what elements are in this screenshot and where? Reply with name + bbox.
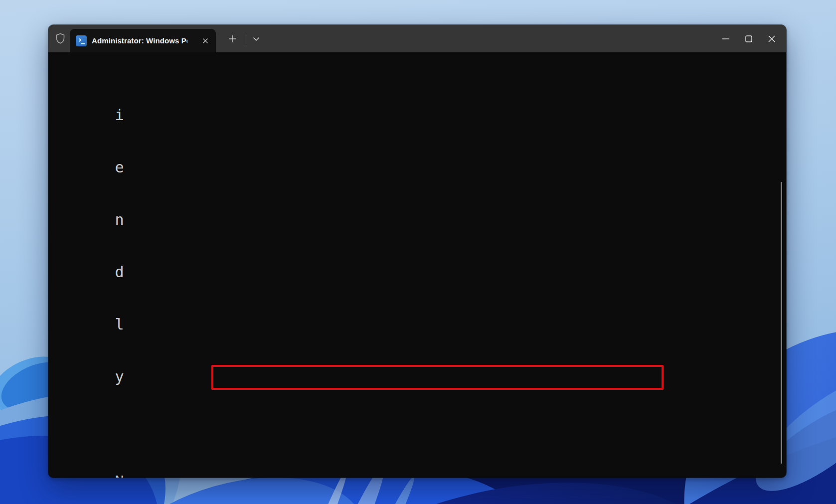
header-char-line [52,420,786,438]
tab-administrator-powershell[interactable]: ›_ Administrator: Windows Powe [70,29,216,52]
title-bar: ›_ Administrator: Windows Powe [48,25,786,52]
new-tab-button[interactable] [224,31,241,46]
header-char-line: y [52,368,786,385]
tab-dropdown-button[interactable] [248,31,265,46]
window-controls [714,25,783,52]
tab-close-icon[interactable] [200,35,211,46]
terminal-window: ›_ Administrator: Windows Powe [48,25,786,478]
maximize-button[interactable] [737,25,760,52]
terminal-screen[interactable]: i e n d l y N a m e ------- ------------… [48,52,786,478]
scrollbar-thumb[interactable] [781,182,782,464]
desktop: ›_ Administrator: Windows Powe [0,0,836,504]
header-char-line: n [52,211,786,228]
powershell-icon: ›_ [76,35,87,46]
admin-shield-icon [54,32,67,45]
minimize-button[interactable] [714,25,737,52]
tabbar-separator [245,33,245,44]
close-button[interactable] [760,25,783,52]
header-char-line: i [52,106,786,124]
tab-title: Administrator: Windows Powe [92,36,187,45]
header-char-line: d [52,263,786,281]
header-char-line: N [52,473,786,478]
header-char-line: l [52,316,786,333]
header-char-line: e [52,159,786,176]
